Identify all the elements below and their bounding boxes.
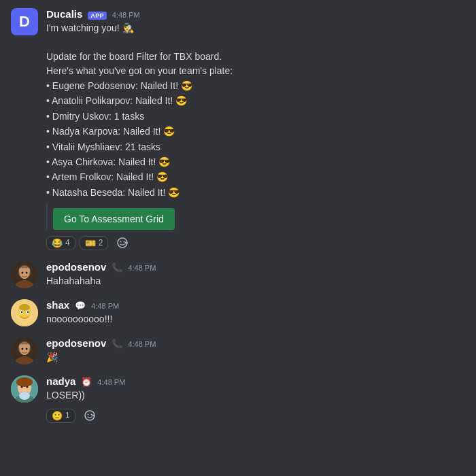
message-text: LOSER))	[46, 388, 465, 403]
bullet-list: Eugene Podosenov: Nailed It! 😎 Anatolii …	[46, 78, 465, 200]
svg-point-34	[27, 386, 29, 388]
list-item: Dmitry Uskov: 1 tasks	[46, 109, 465, 124]
timestamp: 4:48 PM	[128, 264, 156, 272]
list-item: Eugene Podosenov: Nailed It! 😎	[46, 78, 465, 93]
avatar-image	[11, 299, 38, 326]
message-header: shax 💬 4:48 PM	[46, 299, 465, 311]
reaction-count: 2	[99, 238, 103, 248]
body-line-1: Update for the board Filter for TBX boar…	[46, 51, 222, 62]
svg-point-35	[19, 392, 30, 400]
message-content: Ducalis APP 4:48 PM I'm watching you! 🕵️…	[46, 8, 465, 250]
list-item: Vitalii Myshliaev: 21 tasks	[46, 139, 465, 154]
message-content: shax 💬 4:48 PM noooooooooo!!!	[46, 299, 465, 326]
avatar	[11, 375, 38, 403]
body-line-2: Here's what you've got on your team's pl…	[46, 65, 233, 76]
message-content: nadya ⏰ 4:48 PM LOSER)) 🙂 1	[46, 375, 465, 423]
svg-point-18	[21, 311, 22, 313]
svg-point-38	[90, 414, 92, 415]
message-group: epodosenov 📞 4:48 PM Hahahahaha	[11, 261, 465, 288]
message-group: epodosenov 📞 4:48 PM 🎉	[11, 337, 465, 364]
svg-point-2	[124, 241, 125, 243]
svg-point-33	[21, 386, 23, 388]
username-emoji: ⏰	[81, 377, 92, 387]
username: Ducalis	[46, 8, 82, 20]
phone-icon: 📞	[112, 339, 122, 349]
message-header: nadya ⏰ 4:48 PM	[46, 375, 465, 387]
reaction-emoji: 🎫	[85, 238, 96, 248]
app-badge: APP	[88, 12, 106, 20]
avatar	[11, 337, 38, 364]
reaction-ticket[interactable]: 🎫 2	[80, 236, 109, 250]
svg-point-28	[26, 348, 28, 350]
list-item: Natasha Beseda: Nailed It! 😎	[46, 185, 465, 200]
avatar	[11, 261, 38, 288]
svg-point-11	[22, 272, 24, 274]
message-group: D Ducalis APP 4:48 PM I'm watching you! …	[11, 8, 465, 250]
reaction-laugh[interactable]: 😂 4	[46, 236, 75, 250]
reaction-emoji: 😂	[52, 238, 63, 248]
username: shax	[46, 299, 69, 311]
username: epodosenov	[46, 337, 106, 349]
intro-text: I'm watching you! 🕵️	[46, 22, 134, 33]
svg-point-27	[22, 348, 24, 350]
timestamp: 4:48 PM	[128, 340, 156, 348]
message-text: 🎉	[46, 350, 465, 364]
message-header: epodosenov 📞 4:48 PM	[46, 261, 465, 273]
username-emoji: 💬	[75, 301, 86, 311]
svg-point-32	[16, 377, 33, 387]
message-group: nadya ⏰ 4:48 PM LOSER)) 🙂 1	[11, 375, 465, 423]
indented-block: Go To Assessment Grid	[46, 203, 465, 230]
message-group: shax 💬 4:48 PM noooooooooo!!!	[11, 299, 465, 326]
timestamp: 4:48 PM	[112, 11, 140, 19]
reactions-bar: 😂 4 🎫 2	[46, 235, 465, 250]
list-item: Asya Chirkova: Nailed It! 😎	[46, 154, 465, 169]
divider-line	[46, 203, 48, 230]
timestamp: 4:48 PM	[91, 302, 119, 310]
message-header: Ducalis APP 4:48 PM	[46, 8, 465, 20]
reactions-bar: 🙂 1	[46, 408, 465, 423]
add-reaction-button[interactable]	[80, 408, 100, 423]
svg-point-1	[120, 241, 122, 243]
reaction-emoji: 🙂	[52, 411, 63, 421]
add-reaction-button[interactable]	[112, 235, 133, 250]
reaction-smile[interactable]: 🙂 1	[46, 409, 75, 423]
svg-point-12	[26, 272, 28, 274]
chat-container: D Ducalis APP 4:48 PM I'm watching you! …	[0, 0, 476, 442]
message-text: noooooooooo!!!	[46, 312, 465, 326]
reaction-count: 4	[65, 238, 70, 248]
reaction-count: 1	[65, 411, 70, 420]
username: nadya	[46, 375, 75, 387]
username: epodosenov	[46, 261, 106, 273]
go-to-assessment-button[interactable]: Go To Assessment Grid	[53, 208, 175, 230]
message-header: epodosenov 📞 4:48 PM	[46, 337, 465, 349]
avatar	[11, 299, 38, 326]
list-item: Nadya Karpova: Nailed It! 😎	[46, 124, 465, 139]
message-text: I'm watching you! 🕵️ Update for the boar…	[46, 21, 465, 200]
svg-point-37	[87, 414, 88, 415]
svg-point-20	[19, 304, 30, 311]
message-content: epodosenov 📞 4:48 PM 🎉	[46, 337, 465, 364]
add-emoji-icon	[84, 410, 95, 421]
avatar: D	[11, 8, 38, 35]
avatar-image	[11, 375, 38, 403]
message-text: Hahahahaha	[46, 274, 465, 288]
list-item: Anatolii Polikarpov: Nailed It! 😎	[46, 93, 465, 108]
timestamp: 4:48 PM	[97, 378, 125, 386]
avatar-image	[11, 261, 38, 288]
avatar-image	[11, 337, 38, 364]
phone-icon: 📞	[112, 262, 122, 273]
svg-point-19	[27, 311, 29, 313]
message-content: epodosenov 📞 4:48 PM Hahahahaha	[46, 261, 465, 288]
add-emoji-icon	[117, 237, 128, 248]
list-item: Artem Frolkov: Nailed It! 😎	[46, 169, 465, 184]
